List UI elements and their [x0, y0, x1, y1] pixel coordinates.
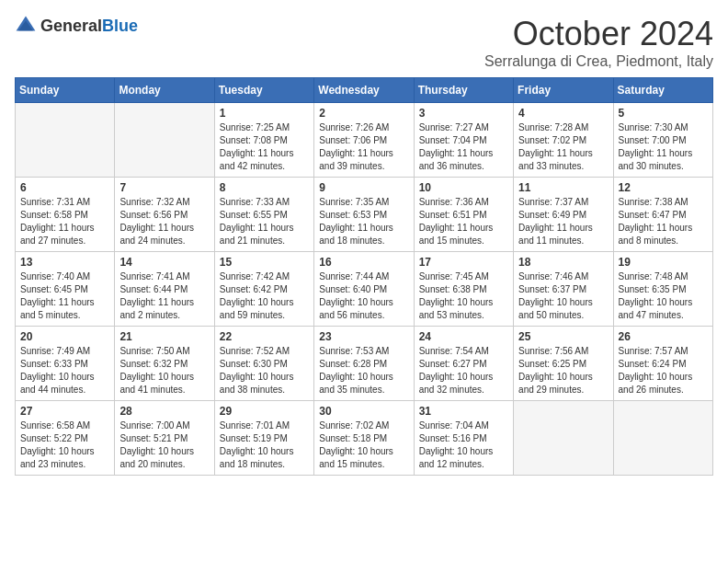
day-number: 5	[619, 107, 708, 120]
cell-info: Sunrise: 7:35 AMSunset: 6:53 PMDaylight:…	[319, 196, 408, 247]
cell-info: Sunrise: 7:00 AMSunset: 5:21 PMDaylight:…	[119, 419, 209, 471]
day-number: 16	[319, 256, 408, 269]
page-header: GeneralBlue October 2024 Serralunga di C…	[15, 15, 713, 70]
calendar-table: SundayMondayTuesdayWednesdayThursdayFrid…	[15, 77, 713, 476]
calendar-cell: 17Sunrise: 7:45 AMSunset: 6:38 PMDayligh…	[414, 252, 513, 327]
day-number: 29	[220, 405, 309, 418]
calendar-cell	[115, 103, 214, 178]
day-number: 19	[619, 256, 708, 269]
cell-info: Sunrise: 7:02 AMSunset: 5:18 PMDaylight:…	[319, 419, 408, 471]
cell-info: Sunrise: 7:41 AMSunset: 6:44 PMDaylight:…	[119, 270, 209, 322]
calendar-cell	[514, 401, 613, 476]
day-number: 4	[518, 107, 608, 120]
day-number: 22	[220, 330, 309, 343]
calendar-week-row: 13Sunrise: 7:40 AMSunset: 6:45 PMDayligh…	[16, 252, 713, 327]
day-number: 8	[220, 181, 309, 194]
cell-info: Sunrise: 7:38 AMSunset: 6:47 PMDaylight:…	[619, 196, 708, 247]
logo-icon	[15, 15, 37, 37]
day-header-tuesday: Tuesday	[214, 78, 313, 103]
day-number: 9	[319, 181, 408, 194]
calendar-cell: 18Sunrise: 7:46 AMSunset: 6:37 PMDayligh…	[514, 252, 613, 327]
calendar-cell: 23Sunrise: 7:53 AMSunset: 6:28 PMDayligh…	[314, 327, 414, 401]
calendar-cell: 1Sunrise: 7:25 AMSunset: 7:08 PMDaylight…	[214, 103, 313, 178]
day-number: 6	[20, 181, 109, 194]
day-number: 31	[419, 405, 508, 418]
cell-info: Sunrise: 7:56 AMSunset: 6:25 PMDaylight:…	[518, 345, 608, 396]
day-number: 26	[619, 330, 708, 343]
day-number: 28	[119, 405, 209, 418]
day-number: 27	[20, 405, 109, 418]
cell-info: Sunrise: 7:33 AMSunset: 6:55 PMDaylight:…	[220, 196, 309, 247]
day-header-thursday: Thursday	[414, 78, 513, 103]
logo-blue-text: Blue	[102, 17, 138, 35]
month-title: October 2024	[484, 15, 713, 53]
calendar-cell: 9Sunrise: 7:35 AMSunset: 6:53 PMDaylight…	[314, 178, 414, 252]
day-number: 14	[119, 256, 209, 269]
calendar-cell: 12Sunrise: 7:38 AMSunset: 6:47 PMDayligh…	[613, 178, 712, 252]
cell-info: Sunrise: 7:27 AMSunset: 7:04 PMDaylight:…	[419, 121, 508, 173]
calendar-week-row: 20Sunrise: 7:49 AMSunset: 6:33 PMDayligh…	[16, 327, 713, 401]
cell-info: Sunrise: 7:26 AMSunset: 7:06 PMDaylight:…	[319, 121, 408, 173]
calendar-cell: 15Sunrise: 7:42 AMSunset: 6:42 PMDayligh…	[214, 252, 313, 327]
day-number: 10	[419, 181, 508, 194]
calendar-cell: 28Sunrise: 7:00 AMSunset: 5:21 PMDayligh…	[115, 401, 214, 476]
day-number: 20	[20, 330, 109, 343]
cell-info: Sunrise: 7:31 AMSunset: 6:58 PMDaylight:…	[20, 196, 109, 247]
calendar-cell: 3Sunrise: 7:27 AMSunset: 7:04 PMDaylight…	[414, 103, 513, 178]
cell-info: Sunrise: 7:32 AMSunset: 6:56 PMDaylight:…	[119, 196, 209, 247]
calendar-cell	[613, 401, 712, 476]
day-number: 1	[220, 107, 309, 120]
cell-info: Sunrise: 7:28 AMSunset: 7:02 PMDaylight:…	[518, 121, 608, 173]
day-number: 21	[119, 330, 209, 343]
calendar-cell: 25Sunrise: 7:56 AMSunset: 6:25 PMDayligh…	[514, 327, 613, 401]
cell-info: Sunrise: 7:57 AMSunset: 6:24 PMDaylight:…	[619, 345, 708, 396]
logo: GeneralBlue	[15, 15, 138, 37]
calendar-header-row: SundayMondayTuesdayWednesdayThursdayFrid…	[16, 78, 713, 103]
calendar-cell: 27Sunrise: 6:58 AMSunset: 5:22 PMDayligh…	[16, 401, 115, 476]
calendar-cell: 7Sunrise: 7:32 AMSunset: 6:56 PMDaylight…	[115, 178, 214, 252]
day-header-sunday: Sunday	[16, 78, 115, 103]
cell-info: Sunrise: 7:30 AMSunset: 7:00 PMDaylight:…	[619, 121, 708, 173]
cell-info: Sunrise: 7:46 AMSunset: 6:37 PMDaylight:…	[518, 270, 608, 322]
cell-info: Sunrise: 7:50 AMSunset: 6:32 PMDaylight:…	[119, 345, 209, 396]
day-number: 15	[220, 256, 309, 269]
calendar-cell: 8Sunrise: 7:33 AMSunset: 6:55 PMDaylight…	[214, 178, 313, 252]
calendar-cell: 30Sunrise: 7:02 AMSunset: 5:18 PMDayligh…	[314, 401, 414, 476]
calendar-cell: 4Sunrise: 7:28 AMSunset: 7:02 PMDaylight…	[514, 103, 613, 178]
day-number: 11	[518, 181, 608, 194]
calendar-cell: 10Sunrise: 7:36 AMSunset: 6:51 PMDayligh…	[414, 178, 513, 252]
day-number: 3	[419, 107, 508, 120]
day-header-monday: Monday	[115, 78, 214, 103]
cell-info: Sunrise: 7:36 AMSunset: 6:51 PMDaylight:…	[419, 196, 508, 247]
calendar-cell: 26Sunrise: 7:57 AMSunset: 6:24 PMDayligh…	[613, 327, 712, 401]
day-header-friday: Friday	[514, 78, 613, 103]
day-number: 17	[419, 256, 508, 269]
cell-info: Sunrise: 7:40 AMSunset: 6:45 PMDaylight:…	[20, 270, 109, 322]
day-header-saturday: Saturday	[613, 78, 712, 103]
cell-info: Sunrise: 7:01 AMSunset: 5:19 PMDaylight:…	[220, 419, 309, 471]
calendar-cell: 5Sunrise: 7:30 AMSunset: 7:00 PMDaylight…	[613, 103, 712, 178]
cell-info: Sunrise: 7:25 AMSunset: 7:08 PMDaylight:…	[220, 121, 309, 173]
calendar-cell: 14Sunrise: 7:41 AMSunset: 6:44 PMDayligh…	[115, 252, 214, 327]
day-number: 30	[319, 405, 408, 418]
calendar-cell	[16, 103, 115, 178]
cell-info: Sunrise: 7:04 AMSunset: 5:16 PMDaylight:…	[419, 419, 508, 471]
title-block: October 2024 Serralunga di Crea, Piedmon…	[484, 15, 713, 70]
calendar-cell: 31Sunrise: 7:04 AMSunset: 5:16 PMDayligh…	[414, 401, 513, 476]
cell-info: Sunrise: 7:49 AMSunset: 6:33 PMDaylight:…	[20, 345, 109, 396]
cell-info: Sunrise: 7:44 AMSunset: 6:40 PMDaylight:…	[319, 270, 408, 322]
cell-info: Sunrise: 7:53 AMSunset: 6:28 PMDaylight:…	[319, 345, 408, 396]
calendar-week-row: 1Sunrise: 7:25 AMSunset: 7:08 PMDaylight…	[16, 103, 713, 178]
day-header-wednesday: Wednesday	[314, 78, 414, 103]
day-number: 18	[518, 256, 608, 269]
cell-info: Sunrise: 7:52 AMSunset: 6:30 PMDaylight:…	[220, 345, 309, 396]
day-number: 2	[319, 107, 408, 120]
calendar-cell: 13Sunrise: 7:40 AMSunset: 6:45 PMDayligh…	[16, 252, 115, 327]
calendar-cell: 21Sunrise: 7:50 AMSunset: 6:32 PMDayligh…	[115, 327, 214, 401]
calendar-cell: 19Sunrise: 7:48 AMSunset: 6:35 PMDayligh…	[613, 252, 712, 327]
day-number: 23	[319, 330, 408, 343]
calendar-cell: 6Sunrise: 7:31 AMSunset: 6:58 PMDaylight…	[16, 178, 115, 252]
location-subtitle: Serralunga di Crea, Piedmont, Italy	[484, 53, 713, 70]
logo-general-text: General	[40, 17, 102, 35]
calendar-cell: 22Sunrise: 7:52 AMSunset: 6:30 PMDayligh…	[214, 327, 313, 401]
